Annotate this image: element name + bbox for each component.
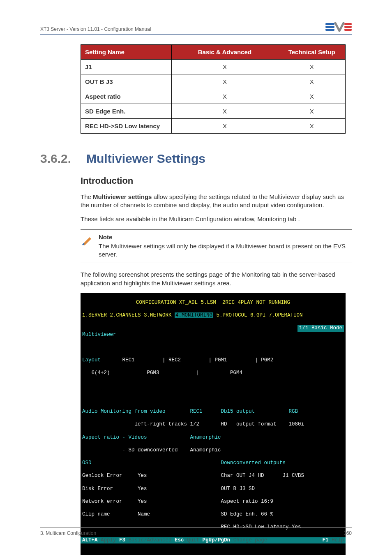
svg-rect-4 <box>344 26 352 28</box>
table-row: REC HD->SD Low latency X X <box>81 119 346 134</box>
cell-ts: X <box>278 119 346 134</box>
term-menu: 1.SERVER 2.CHANNELS 3.NETWORK 4.MONITORI… <box>81 312 346 319</box>
footer-page-number: 160 <box>344 530 352 536</box>
term-layout-row: Layout REC1 | REC2 | PGM1 | PGM2 <box>81 357 346 364</box>
table-row: J1 X X <box>81 60 346 74</box>
intro-para-1b: Multiviewer settings <box>93 193 152 200</box>
term-blank <box>81 396 346 402</box>
term-mode: 1/1 Basic Mode <box>297 325 344 332</box>
page-footer: 3. Multicam Configuration 160 <box>40 527 352 536</box>
terminal-screenshot: CONFIGURATION XT_ADL 5.LSM 2REC 4PLAY NO… <box>81 293 346 555</box>
term-layout-label: Layout <box>82 357 101 363</box>
svg-rect-5 <box>344 29 352 31</box>
introduction-heading: Introduction <box>81 175 352 187</box>
intro-para-3: The following screenshot presents the se… <box>81 271 352 287</box>
intro-para-1a: The <box>81 193 93 200</box>
footer-left: 3. Multicam Configuration <box>40 530 96 536</box>
bb-change: :Change page <box>230 537 267 543</box>
term-pgm1: | PGM1 <box>209 357 227 363</box>
term-bottom-bar: ALT+A:Apply F3:Basic/Advanced Esc:Quit P… <box>81 537 346 544</box>
term-layout-row2: 6(4+2) PGM3 | PGM4 <box>81 370 346 377</box>
term-osd-row: Clip name Name SD Edge Enh. 66 % <box>81 511 346 518</box>
doc-title: XT3 Server - Version 11.01 - Configurati… <box>40 26 151 32</box>
term-pgm4: PGM4 <box>230 370 242 376</box>
cell-ba: X <box>171 89 278 104</box>
svg-rect-2 <box>325 29 334 31</box>
bb-basic: :Basic/Advanced <box>125 537 175 543</box>
term-aspect-line2: - SD downconverted Anamorphic <box>81 447 346 454</box>
svg-rect-0 <box>325 23 334 25</box>
term-rec2: | REC2 <box>162 357 181 363</box>
cell-name: J1 <box>81 60 172 74</box>
term-blank <box>81 383 346 390</box>
term-title: CONFIGURATION XT_ADL 5.LSM 2REC 4PLAY NO… <box>81 300 346 306</box>
table-row: OUT B J3 X X <box>81 74 346 89</box>
bb-esc: Esc <box>175 537 184 543</box>
section-number: 3.6.2. <box>40 152 86 166</box>
svg-rect-3 <box>344 23 352 25</box>
term-audio-line: Audio Monitoring from video REC1 Db15 ou… <box>81 409 346 415</box>
term-menu-pre: 1.SERVER 2.CHANNELS 3.NETWORK <box>82 312 175 318</box>
term-section-row: Multiviewer <box>81 332 346 338</box>
col-basic-advanced: Basic & Advanced <box>171 45 278 60</box>
note-text: The Multiviewer settings will only be di… <box>99 242 349 259</box>
term-osd-row: Network error Yes Aspect ratio 16:9 <box>81 499 346 505</box>
term-aspect-line: Aspect ratio - Videos Anamorphic <box>81 435 346 441</box>
term-osd-header: OSD Downconverted outputs <box>81 460 346 467</box>
cell-ts: X <box>278 104 346 119</box>
evs-logo <box>325 21 352 32</box>
svg-rect-1 <box>325 26 334 28</box>
term-osd-row: Disk Error Yes OUT B J3 SD <box>81 486 346 493</box>
bb-quit: :Quit <box>184 537 203 543</box>
evs-logo-icon <box>325 21 352 32</box>
cell-name: REC HD->SD Low latency <box>81 119 172 134</box>
term-menu-selected: 4.MONITORING <box>175 312 213 318</box>
cell-name: OUT B J3 <box>81 74 172 89</box>
cell-ts: X <box>278 74 346 89</box>
term-section-label: Multiviewer <box>82 332 116 338</box>
table-row: Aspect ratio X X <box>81 89 346 104</box>
term-pgm3: PGM3 <box>147 370 159 376</box>
cell-ba: X <box>171 60 278 74</box>
note-box: Note The Multiviewer settings will only … <box>81 229 352 264</box>
table-header-row: Setting Name Basic & Advanced Technical … <box>81 45 346 60</box>
section-heading: 3.6.2. Multiviewer Settings <box>40 152 352 166</box>
bb-pgup: PgUp/PgDn <box>203 537 231 543</box>
term-blank <box>81 345 346 351</box>
bb-f3: F3 <box>119 537 125 543</box>
col-technical-setup: Technical Setup <box>278 45 346 60</box>
cell-ts: X <box>278 60 346 74</box>
note-title: Note <box>99 233 349 241</box>
term-osd-label: OSD <box>82 460 92 466</box>
cell-ba: X <box>171 104 278 119</box>
term-down-label: Downconverted outputs <box>221 460 286 466</box>
cell-ts: X <box>278 89 346 104</box>
bb-f1: F1 <box>322 537 328 543</box>
bb-apply: :Apply <box>98 537 120 543</box>
col-setting-name: Setting Name <box>81 45 172 60</box>
cell-ba: X <box>171 119 278 134</box>
term-pgm2: | PGM2 <box>255 357 273 363</box>
term-menu-post: 5.PROTOCOL 6.GPI 7.OPERATION <box>213 312 303 318</box>
note-icon <box>81 233 94 259</box>
term-audio-line2: left-right tracks 1/2 HD output format 1… <box>81 421 346 428</box>
table-row: SD Edge Enh. X X <box>81 104 346 119</box>
term-osd-row: Genlock Error Yes Char OUT J4 HD J1 CVBS <box>81 473 346 479</box>
page-header: XT3 Server - Version 11.01 - Configurati… <box>40 21 352 35</box>
bb-help: :Help <box>328 537 344 543</box>
cell-name: SD Edge Enh. <box>81 104 172 119</box>
cell-name: Aspect ratio <box>81 89 172 104</box>
bb-alt-a: ALT+A <box>82 537 98 543</box>
term-layout-val: 6(4+2) <box>92 370 110 376</box>
term-rec1: REC1 <box>122 357 135 363</box>
cell-ba: X <box>171 74 278 89</box>
intro-para-2: These fields are available in the Multic… <box>81 215 352 223</box>
settings-table: Setting Name Basic & Advanced Technical … <box>81 44 346 134</box>
section-title: Multiviewer Settings <box>86 152 205 166</box>
intro-para-1: The Multiviewer settings allow specifyin… <box>81 193 352 210</box>
